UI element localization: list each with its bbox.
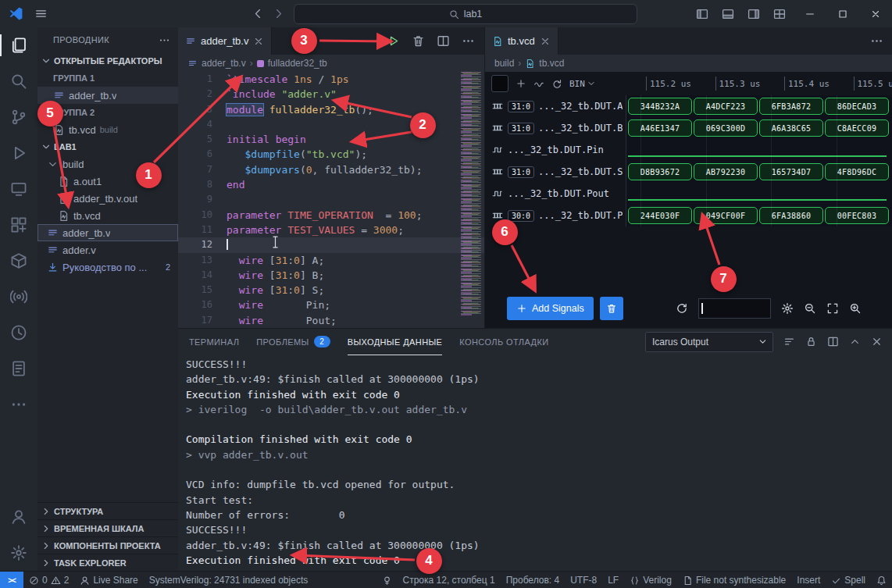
signal-wave-row[interactable] <box>626 139 892 161</box>
add-icon[interactable] <box>516 78 526 89</box>
remove-signals-button[interactable] <box>600 297 623 320</box>
tree-item[interactable]: adder_tb.v <box>37 224 178 241</box>
activity-search[interactable] <box>0 63 37 99</box>
breadcrumb-file[interactable]: adder_tb.v <box>202 58 246 69</box>
netlist-button[interactable] <box>491 75 508 92</box>
lock-scroll-icon[interactable] <box>805 336 817 347</box>
tree-item[interactable]: build <box>37 155 178 173</box>
sidebar-more-icon[interactable] <box>159 34 170 46</box>
open-editor-item[interactable]: tb.vcdbuild <box>37 121 178 138</box>
split-editor-icon[interactable] <box>437 34 450 48</box>
panel-tab-problems[interactable]: ПРОБЛЕМЫ2 <box>256 329 330 355</box>
activity-live-share[interactable] <box>0 279 37 315</box>
sidebar-section-временная-шкала[interactable]: ВРЕМЕННАЯ ШКАЛА <box>37 519 178 536</box>
gear-icon[interactable] <box>781 302 794 315</box>
add-signals-button[interactable]: Add Signals <box>507 297 594 320</box>
tab-tb-vcd[interactable]: tb.vcd <box>485 27 558 55</box>
activity-containers[interactable] <box>0 243 37 279</box>
activity-timeline[interactable] <box>0 315 37 351</box>
sidebar-section-task-explorer[interactable]: TASK EXPLORER <box>37 554 178 571</box>
signal-wave-row[interactable]: D8B93672AB792230165734D74F8D96DC <box>626 161 892 183</box>
activity-notes[interactable] <box>0 351 37 387</box>
analog-wave-icon[interactable] <box>533 78 544 89</box>
customize-layout-icon[interactable] <box>773 8 786 20</box>
breadcrumb[interactable]: adder_tb.v › fulladder32_tb <box>178 55 484 72</box>
tree-item[interactable]: tb.vcd <box>37 207 178 224</box>
output-channel-select[interactable]: Icarus Output <box>645 332 773 352</box>
signal-name-row[interactable]: 31:0..._32_tb.DUT.A <box>485 95 626 117</box>
encoding-status[interactable]: UTF-8 <box>565 572 602 588</box>
sidebar-section-компоненты-проекта[interactable]: КОМПОНЕНТЫ ПРОЕКТА <box>37 536 178 554</box>
breadcrumb-symbol[interactable]: fulladder32_tb <box>268 58 327 69</box>
activity-account[interactable] <box>0 499 37 535</box>
signal-name-row[interactable]: ..._32_tb.DUT.Pin <box>485 139 626 161</box>
open-editor-item[interactable]: adder_tb.v <box>37 87 178 104</box>
maximize-panel-icon[interactable] <box>849 336 861 347</box>
zoom-fit-icon[interactable] <box>826 302 839 315</box>
synthesis-status[interactable]: File not synthesizable <box>677 572 791 588</box>
close-button[interactable] <box>859 0 892 27</box>
live-share-status[interactable]: Live Share <box>74 572 143 588</box>
panel-tab-output[interactable]: ВЫХОДНЫЕ ДАННЫЕ <box>348 329 443 355</box>
panel-tab-debug-console[interactable]: КОНСОЛЬ ОТЛАДКИ <box>459 329 548 355</box>
output-console[interactable]: SUCCESS!!!adder_tb.v:49: $finish called … <box>178 355 892 569</box>
activity-run-debug[interactable] <box>0 135 37 171</box>
waveform-canvas[interactable]: 344B232AA4DCF2236FB3A87286DECAD3A46E1347… <box>626 95 892 226</box>
signal-wave-row[interactable]: A46E1347069C300DA6A38C65C8AECC09 <box>626 117 892 139</box>
signal-name-row[interactable]: 30:0..._32_tb.DUT.P <box>485 205 626 226</box>
maximize-button[interactable] <box>826 0 859 27</box>
output-filter-icon[interactable] <box>783 336 795 347</box>
activity-explorer[interactable] <box>0 27 37 63</box>
tab-close-icon[interactable] <box>540 36 551 47</box>
toggle-secondary-sidebar-icon[interactable] <box>747 8 760 20</box>
tree-item[interactable]: Руководство по ...2 <box>37 258 178 276</box>
breadcrumb[interactable]: build › tb.vcd <box>485 55 892 72</box>
tree-item[interactable]: a.out1 <box>37 173 178 190</box>
signal-wave-row[interactable]: 244E030F049CF00F6FA3886000FEC803 <box>626 205 892 226</box>
signal-name-row[interactable]: ..._32_tb.DUT.Pout <box>485 183 626 205</box>
tab-close-icon[interactable] <box>253 36 264 47</box>
open-editors-header[interactable]: ОТКРЫТЫЕ РЕДАКТОРЫ <box>37 52 178 69</box>
remote-indicator[interactable]: >< <box>0 572 23 588</box>
panel-tab-terminal[interactable]: ТЕРМИНАЛ <box>189 329 239 355</box>
signal-name-row[interactable]: 31:0..._32_tb.DUT.S <box>485 161 626 183</box>
workspace-root-header[interactable]: LAB1 <box>37 138 178 155</box>
minimize-button[interactable] <box>794 0 826 27</box>
spell-status[interactable]: Spell <box>826 572 871 588</box>
close-panel-icon[interactable] <box>871 336 883 347</box>
eol-status[interactable]: LF <box>602 572 624 588</box>
cursor-position[interactable]: Строка 12, столбец 1 <box>398 572 501 588</box>
nav-forward-icon[interactable] <box>272 7 285 20</box>
toggle-panel-icon[interactable] <box>722 8 734 20</box>
tree-item[interactable]: adder_tb.v.out <box>37 190 178 207</box>
activity-settings[interactable] <box>0 535 37 571</box>
code-editor[interactable]: 1`timescale 1ns / 1ps2`include "adder.v"… <box>178 72 484 328</box>
nav-back-icon[interactable] <box>252 7 265 20</box>
language-status[interactable]: Verilog <box>624 572 677 588</box>
signal-wave-row[interactable]: 344B232AA4DCF2236FB3A87286DECAD3 <box>626 95 892 117</box>
tab-adder-tb-v[interactable]: adder_tb.v <box>178 27 272 55</box>
more-actions-icon[interactable] <box>462 34 475 48</box>
trash-icon[interactable] <box>412 34 425 48</box>
wave-search-input[interactable] <box>698 298 771 319</box>
signal-name-row[interactable]: 31:0..._32_tb.DUT.B <box>485 117 626 139</box>
problems-status[interactable]: 0 2 <box>23 572 74 588</box>
split-panel-icon[interactable] <box>827 336 839 347</box>
activity-remote-explorer[interactable] <box>0 171 37 207</box>
command-center-search[interactable]: lab1 <box>294 4 637 24</box>
menu-icon[interactable] <box>34 7 48 20</box>
signal-wave-row[interactable] <box>626 183 892 205</box>
refresh-icon[interactable] <box>676 302 688 315</box>
ports-status[interactable] <box>376 572 398 588</box>
breadcrumb-file[interactable]: tb.vcd <box>539 58 564 69</box>
activity-extensions[interactable] <box>0 207 37 243</box>
zoom-out-icon[interactable] <box>804 302 816 315</box>
minimap[interactable] <box>461 72 481 315</box>
sidebar-section-структура[interactable]: СТРУКТУРА <box>37 502 178 519</box>
tree-item[interactable]: adder.v <box>37 241 178 258</box>
insert-mode-status[interactable]: Insert <box>791 572 826 588</box>
indentation-status[interactable]: Пробелов: 4 <box>501 572 566 588</box>
notifications-status[interactable] <box>871 572 892 588</box>
format-select[interactable]: BIN <box>569 79 596 89</box>
breadcrumb-folder[interactable]: build <box>494 58 514 69</box>
